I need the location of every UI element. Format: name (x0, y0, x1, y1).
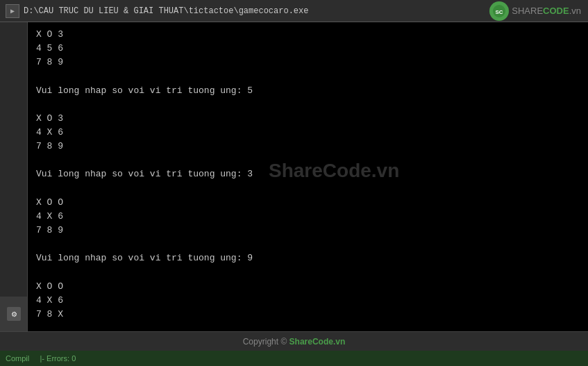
terminal-line: 7 8 9 (36, 56, 580, 69)
terminal-line (36, 322, 580, 331)
sharecode-logo-icon: SC (489, 1, 509, 21)
terminal-output: X O 3 4 5 6 7 8 9 Vui long nhap so voi v… (28, 22, 588, 331)
terminal-line (36, 153, 580, 167)
sidebar-bottom: ⚙ (0, 297, 27, 331)
terminal-line: X O 3 (36, 28, 580, 42)
terminal-line: 7 8 9 (36, 140, 580, 153)
content-area: ⚙ X O 3 4 5 6 7 8 9 Vui long nhap so voi… (0, 22, 588, 331)
terminal-line: 4 X 6 (36, 210, 580, 224)
sidebar-icon: ⚙ (7, 307, 21, 321)
terminal-line: Vui long nhap so voi vi tri tuong ung: 5 (36, 84, 580, 98)
title-bar-text: D:\CAU TRUC DU LIEU & GIAI THUAT\tictact… (24, 6, 489, 16)
terminal-line: 7 8 9 (36, 224, 580, 238)
status-text: Compil |- Errors: 0 (6, 354, 76, 363)
status-strip: Compil |- Errors: 0 (0, 351, 588, 366)
terminal-line: 4 X 6 (36, 126, 580, 140)
footer-sharecode: ShareCode.vn (289, 337, 346, 347)
sidebar-top (0, 22, 27, 297)
terminal-line: 4 X 6 (36, 294, 580, 308)
terminal-line (36, 238, 580, 251)
sharecode-brand: SHARECODE.vn (512, 6, 581, 16)
footer-bar: Copyright © ShareCode.vn (0, 331, 588, 351)
terminal-line: 7 8 X (36, 308, 580, 322)
terminal-line (36, 69, 580, 83)
terminal-line: X O O (36, 196, 580, 210)
terminal-line: X O 3 (36, 112, 580, 126)
title-bar: ▶ D:\CAU TRUC DU LIEU & GIAI THUAT\ticta… (0, 0, 588, 22)
left-sidebar: ⚙ (0, 22, 28, 331)
terminal-line (36, 98, 580, 112)
terminal-line: Vui long nhap so voi vi tri tuong ung: 3 (36, 167, 580, 181)
terminal-line: Vui long nhap so voi vi tri tuong ung: 9 (36, 251, 580, 265)
window-frame: ▶ D:\CAU TRUC DU LIEU & GIAI THUAT\ticta… (0, 0, 588, 366)
sharecode-badge: SC SHARECODE.vn (489, 1, 581, 21)
terminal-line (36, 182, 580, 196)
terminal-line: X O O (36, 280, 580, 294)
svg-text:SC: SC (496, 9, 503, 15)
footer-text: Copyright © ShareCode.vn (243, 337, 346, 347)
app-icon: ▶ (6, 4, 19, 18)
terminal-line (36, 265, 580, 279)
svg-text:⚙: ⚙ (10, 310, 17, 318)
terminal-line: 4 5 6 (36, 42, 580, 56)
